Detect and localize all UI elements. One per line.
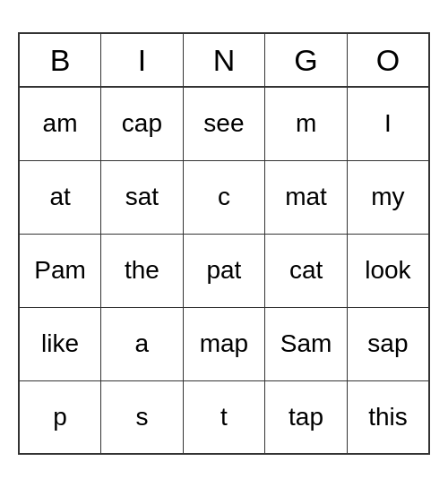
header-col-i: I: [101, 33, 184, 87]
bingo-card: BINGO amcapseemIatsatcmatmyPamthepatcatl…: [18, 32, 430, 455]
table-row: Pamthepatcatlook: [19, 234, 429, 307]
bingo-cell: see: [183, 87, 265, 160]
bingo-cell: cat: [265, 234, 348, 307]
bingo-cell: at: [19, 160, 101, 234]
header-col-n: N: [183, 33, 265, 87]
table-row: likeamapSamsap: [19, 307, 429, 380]
bingo-cell: map: [183, 307, 265, 380]
header-row: BINGO: [19, 33, 429, 87]
bingo-cell: sat: [101, 160, 184, 234]
bingo-cell: c: [183, 160, 265, 234]
table-row: psttapthis: [19, 380, 429, 454]
bingo-cell: mat: [265, 160, 348, 234]
bingo-cell: my: [347, 160, 429, 234]
bingo-cell: s: [101, 380, 184, 454]
bingo-cell: a: [101, 307, 184, 380]
header-col-b: B: [19, 33, 101, 87]
bingo-cell: this: [347, 380, 429, 454]
table-row: amcapseemI: [19, 87, 429, 160]
bingo-cell: sap: [347, 307, 429, 380]
bingo-cell: look: [347, 234, 429, 307]
bingo-cell: m: [265, 87, 348, 160]
header-col-g: G: [265, 33, 348, 87]
bingo-cell: I: [347, 87, 429, 160]
bingo-cell: cap: [101, 87, 184, 160]
bingo-cell: the: [101, 234, 184, 307]
bingo-cell: am: [19, 87, 101, 160]
bingo-cell: Pam: [19, 234, 101, 307]
bingo-cell: pat: [183, 234, 265, 307]
bingo-cell: t: [183, 380, 265, 454]
header-col-o: O: [347, 33, 429, 87]
bingo-cell: like: [19, 307, 101, 380]
bingo-cell: p: [19, 380, 101, 454]
table-row: atsatcmatmy: [19, 160, 429, 234]
bingo-cell: tap: [265, 380, 348, 454]
bingo-cell: Sam: [265, 307, 348, 380]
